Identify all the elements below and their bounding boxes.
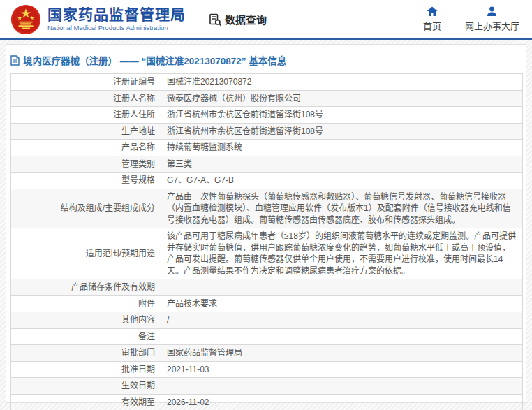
- nav-service-hall-label: 网上办事大厅: [465, 19, 519, 32]
- row-label: 其他内容: [11, 312, 161, 329]
- row-label: 注册人住所: [11, 107, 161, 124]
- row-value: 第三类: [161, 156, 523, 173]
- row-label-text: 有效期至: [121, 397, 155, 407]
- row-value: [161, 279, 523, 296]
- table-row: 附件 产品技术要求: [11, 295, 523, 312]
- row-label-text: 产品储存条件及有效期: [71, 282, 155, 292]
- row-label-text: 适用范围/预期用途: [86, 249, 155, 258]
- row-label: 产品名称: [11, 140, 161, 156]
- row-label: 生效日期: [11, 378, 161, 395]
- row-label: 注册人名称: [11, 90, 161, 107]
- row-label: 批准日期: [11, 361, 161, 378]
- row-label-text: 批准日期: [121, 365, 155, 374]
- row-label-text: 生产地址: [121, 126, 155, 136]
- row-label-text: 型号规格: [121, 175, 155, 185]
- row-label: 型号规格: [11, 173, 161, 189]
- content-card: 境内医疗器械（注册） —— “国械注准20213070872” 基本信息 注册证…: [6, 44, 526, 403]
- row-value: 持续葡萄糖监测系统: [161, 140, 523, 156]
- row-value: 2026-11-02: [161, 394, 523, 410]
- row-value: [161, 328, 523, 345]
- nav-home[interactable]: 首页: [423, 6, 441, 32]
- row-label: 产品储存条件及有效期: [11, 279, 161, 296]
- table-row: 生产地址 浙江省杭州市余杭区仓前街道留泽街108号: [11, 123, 523, 140]
- row-value: 浙江省杭州市余杭区仓前街道留泽街108号: [161, 107, 523, 124]
- table-row: 有效期至 2026-11-02: [11, 394, 523, 410]
- table-row: 产品名称 持续葡萄糖监测系统: [11, 140, 523, 156]
- row-label: 有效期至: [11, 394, 161, 410]
- table-row: 注册人名称 微泰医疗器械（杭州）股份有限公司: [11, 90, 523, 107]
- page-title: 境内医疗器械（注册） —— “国械注准20213070872” 基本信息: [23, 53, 286, 67]
- row-value: G7、G7-A、G7-B: [161, 173, 523, 189]
- table-row: 适用范围/预期用途 该产品可用于糖尿病成年患者（≥18岁）的组织间液葡萄糖水平的…: [11, 228, 523, 279]
- table-row: 注册证编号 国械注准20213070872: [11, 74, 523, 91]
- row-value: [161, 378, 523, 395]
- row-label-text: 生效日期: [121, 381, 155, 390]
- page-title-bar: 境内医疗器械（注册） —— “国械注准20213070872” 基本信息: [6, 45, 526, 73]
- agency-name-block: 国家药品监督管理局 National Medical Products Admi…: [47, 6, 186, 32]
- row-label-text: 注册人住所: [113, 110, 155, 119]
- info-table-body: 注册证编号 国械注准20213070872 注册人名称 微泰医疗器械（杭州）股份…: [11, 74, 523, 410]
- row-label-text: 注册证编号: [113, 77, 155, 87]
- row-value: 浙江省杭州市余杭区仓前街道留泽街108号: [161, 123, 523, 140]
- home-icon: [427, 6, 438, 17]
- agency-name: 国家药品监督管理局: [47, 6, 186, 22]
- table-row: 审批部门 国家药品监督管理局: [11, 345, 523, 362]
- table-row: 产品储存条件及有效期: [11, 279, 523, 296]
- table-row: 注册人住所 浙江省杭州市余杭区仓前街道留泽街108号: [11, 107, 523, 124]
- row-value: 2021-11-03: [161, 361, 523, 378]
- row-label: 管理类别: [11, 156, 161, 173]
- nav-home-label: 首页: [423, 19, 441, 32]
- row-label-text: 管理类别: [121, 159, 155, 169]
- table-row: 其他内容 /: [11, 312, 523, 329]
- row-value: 产品由一次性葡萄糖探头（葡萄糖传感器和敷贴器）、葡萄糖信号发射器、葡萄糖信号接收…: [161, 189, 523, 228]
- table-row: 结构及组成/主要组成成分 产品由一次性葡萄糖探头（葡萄糖传感器和敷贴器）、葡萄糖…: [11, 189, 523, 228]
- row-value: 该产品可用于糖尿病成年患者（≥18岁）的组织间液葡萄糖水平的连续或定期监测。产品…: [161, 228, 523, 279]
- nav-service-hall[interactable]: 网上办事大厅: [465, 6, 519, 32]
- row-value: 国家药品监督管理局: [161, 345, 523, 362]
- row-label: 适用范围/预期用途: [11, 228, 161, 279]
- table-row: 生效日期: [11, 378, 523, 395]
- row-label-text: 产品名称: [121, 142, 155, 152]
- row-value: 国械注准20213070872: [161, 74, 523, 91]
- row-label: 附件: [11, 295, 161, 312]
- row-value: /: [161, 312, 523, 329]
- table-row: 管理类别 第三类: [11, 156, 523, 173]
- row-label-text: 审批部门: [121, 348, 155, 358]
- row-label-text: 备注: [138, 332, 155, 342]
- person-icon: [487, 6, 497, 17]
- row-label-text: 结构及组成/主要组成成分: [61, 203, 155, 213]
- site-header: 国家药品监督管理局 National Medical Products Admi…: [0, 0, 532, 40]
- row-label-text: 注册人名称: [113, 94, 155, 103]
- data-query-button[interactable]: 数据查询: [208, 12, 267, 27]
- row-label: 审批部门: [11, 345, 161, 362]
- row-label: 备注: [11, 328, 161, 345]
- top-nav: 首页 网上办事大厅: [423, 6, 532, 32]
- info-table: 注册证编号 国械注准20213070872 注册人名称 微泰医疗器械（杭州）股份…: [10, 73, 523, 410]
- data-query-icon: [208, 13, 222, 27]
- row-label: 生产地址: [11, 123, 161, 140]
- row-value: 产品技术要求: [161, 295, 523, 312]
- table-row: 批准日期 2021-11-03: [11, 361, 523, 378]
- row-value: 微泰医疗器械（杭州）股份有限公司: [161, 90, 523, 107]
- row-label-text: 其他内容: [121, 315, 155, 325]
- agency-name-en: National Medical Products Administration: [47, 24, 186, 31]
- row-label: 结构及组成/主要组成成分: [11, 189, 161, 228]
- document-icon: [10, 55, 20, 66]
- row-label-text: 附件: [138, 299, 155, 309]
- row-label: 注册证编号: [11, 74, 161, 91]
- table-row: 备注: [11, 328, 523, 345]
- table-row: 型号规格 G7、G7-A、G7-B: [11, 173, 523, 189]
- data-query-label: 数据查询: [225, 12, 267, 27]
- national-emblem-icon: [10, 4, 41, 35]
